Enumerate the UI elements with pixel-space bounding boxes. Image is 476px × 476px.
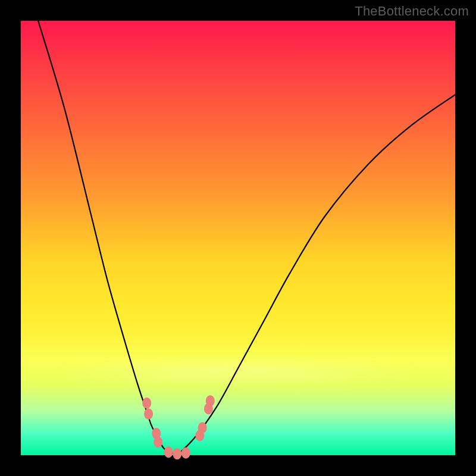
curve-marker [142,397,151,409]
curve-marker [206,395,215,406]
curve-right [177,95,455,455]
curve-markers [142,395,215,459]
curve-marker [154,437,162,448]
bottleneck-chart-plot-area [21,21,455,455]
chart-frame: TheBottleneck.com [0,0,476,476]
bottleneck-curve-svg [21,21,455,455]
curve-marker [164,446,173,458]
curve-marker [144,408,153,419]
watermark-text: TheBottleneck.com [355,4,469,19]
curve-marker [198,422,207,434]
curve-marker [181,447,190,459]
curve-left [38,21,177,455]
curve-marker [173,448,181,459]
